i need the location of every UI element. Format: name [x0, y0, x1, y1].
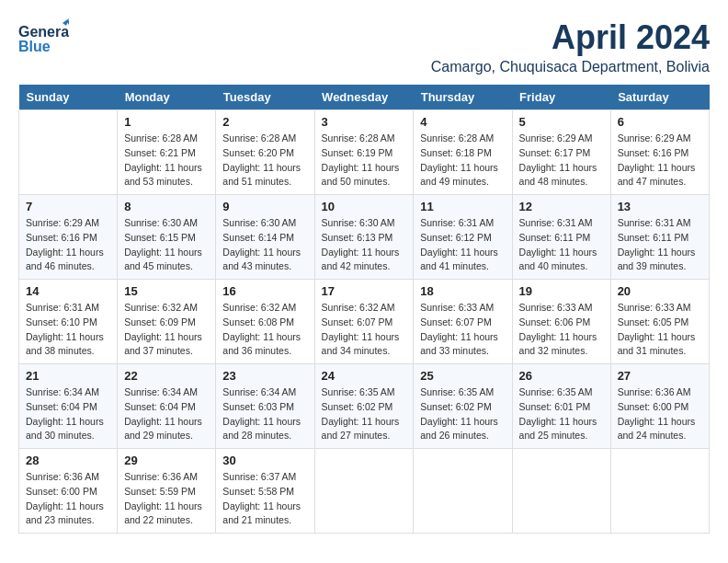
- day-number: 5: [519, 115, 604, 129]
- calendar-cell: 19Sunrise: 6:33 AMSunset: 6:06 PMDayligh…: [512, 280, 610, 364]
- logo: General Blue: [18, 18, 69, 60]
- day-info: Sunrise: 6:34 AMSunset: 6:04 PMDaylight:…: [124, 385, 209, 443]
- calendar-cell: 14Sunrise: 6:31 AMSunset: 6:10 PMDayligh…: [19, 280, 118, 364]
- day-number: 17: [322, 284, 407, 298]
- calendar-cell: 7Sunrise: 6:29 AMSunset: 6:16 PMDaylight…: [19, 195, 118, 280]
- day-number: 26: [519, 369, 604, 383]
- day-info: Sunrise: 6:35 AMSunset: 6:01 PMDaylight:…: [519, 385, 604, 443]
- day-info: Sunrise: 6:35 AMSunset: 6:02 PMDaylight:…: [420, 385, 505, 443]
- calendar-cell: [610, 449, 709, 534]
- day-number: 10: [322, 200, 407, 213]
- day-number: 18: [420, 284, 505, 298]
- day-number: 2: [222, 115, 307, 129]
- calendar-week-3: 14Sunrise: 6:31 AMSunset: 6:10 PMDayligh…: [19, 280, 710, 364]
- calendar-cell: 27Sunrise: 6:36 AMSunset: 6:00 PMDayligh…: [610, 364, 709, 449]
- day-number: 23: [222, 369, 307, 383]
- day-number: 12: [519, 200, 604, 213]
- day-info: Sunrise: 6:30 AMSunset: 6:15 PMDaylight:…: [124, 216, 209, 274]
- calendar-cell: [414, 449, 512, 534]
- svg-text:General: General: [18, 24, 69, 40]
- calendar-cell: 11Sunrise: 6:31 AMSunset: 6:12 PMDayligh…: [414, 195, 512, 280]
- day-info: Sunrise: 6:28 AMSunset: 6:18 PMDaylight:…: [420, 132, 505, 190]
- day-number: 11: [420, 200, 505, 213]
- day-info: Sunrise: 6:32 AMSunset: 6:09 PMDaylight:…: [124, 301, 209, 359]
- day-info: Sunrise: 6:36 AMSunset: 6:00 PMDaylight:…: [26, 470, 110, 528]
- calendar-cell: 26Sunrise: 6:35 AMSunset: 6:01 PMDayligh…: [512, 364, 610, 449]
- day-info: Sunrise: 6:33 AMSunset: 6:06 PMDaylight:…: [519, 301, 604, 359]
- day-info: Sunrise: 6:31 AMSunset: 6:10 PMDaylight:…: [26, 301, 110, 359]
- day-info: Sunrise: 6:28 AMSunset: 6:21 PMDaylight:…: [124, 132, 209, 190]
- day-number: 15: [124, 284, 209, 298]
- day-info: Sunrise: 6:31 AMSunset: 6:11 PMDaylight:…: [618, 216, 702, 274]
- calendar-cell: 25Sunrise: 6:35 AMSunset: 6:02 PMDayligh…: [414, 364, 512, 449]
- calendar-cell: 13Sunrise: 6:31 AMSunset: 6:11 PMDayligh…: [610, 195, 709, 280]
- calendar-cell: [512, 449, 610, 534]
- calendar-cell: [19, 110, 118, 195]
- day-number: 19: [519, 284, 604, 298]
- calendar-cell: 10Sunrise: 6:30 AMSunset: 6:13 PMDayligh…: [314, 195, 414, 280]
- day-info: Sunrise: 6:29 AMSunset: 6:16 PMDaylight:…: [618, 132, 702, 190]
- day-number: 28: [26, 454, 110, 467]
- day-number: 30: [222, 454, 307, 467]
- day-number: 22: [124, 369, 209, 383]
- weekday-header-wednesday: Wednesday: [314, 85, 414, 110]
- day-number: 29: [124, 454, 209, 467]
- calendar-cell: 20Sunrise: 6:33 AMSunset: 6:05 PMDayligh…: [610, 280, 709, 364]
- calendar-cell: 5Sunrise: 6:29 AMSunset: 6:17 PMDaylight…: [512, 110, 610, 195]
- weekday-header-sunday: Sunday: [19, 85, 118, 110]
- calendar-cell: 16Sunrise: 6:32 AMSunset: 6:08 PMDayligh…: [216, 280, 314, 364]
- calendar-week-1: 1Sunrise: 6:28 AMSunset: 6:21 PMDaylight…: [19, 110, 710, 195]
- day-info: Sunrise: 6:28 AMSunset: 6:19 PMDaylight:…: [322, 132, 407, 190]
- day-info: Sunrise: 6:29 AMSunset: 6:16 PMDaylight:…: [26, 216, 110, 274]
- calendar-table: SundayMondayTuesdayWednesdayThursdayFrid…: [18, 85, 710, 534]
- day-info: Sunrise: 6:34 AMSunset: 6:03 PMDaylight:…: [222, 385, 307, 443]
- calendar-cell: 12Sunrise: 6:31 AMSunset: 6:11 PMDayligh…: [512, 195, 610, 280]
- location-subtitle: Camargo, Chuquisaca Department, Bolivia: [431, 59, 710, 75]
- day-number: 20: [618, 284, 702, 298]
- day-info: Sunrise: 6:36 AMSunset: 5:59 PMDaylight:…: [124, 470, 209, 528]
- day-info: Sunrise: 6:31 AMSunset: 6:12 PMDaylight:…: [420, 216, 505, 274]
- day-info: Sunrise: 6:33 AMSunset: 6:07 PMDaylight:…: [420, 301, 505, 359]
- day-info: Sunrise: 6:30 AMSunset: 6:13 PMDaylight:…: [322, 216, 407, 274]
- day-info: Sunrise: 6:35 AMSunset: 6:02 PMDaylight:…: [322, 385, 407, 443]
- day-info: Sunrise: 6:33 AMSunset: 6:05 PMDaylight:…: [618, 301, 702, 359]
- calendar-cell: 22Sunrise: 6:34 AMSunset: 6:04 PMDayligh…: [118, 364, 216, 449]
- day-number: 7: [26, 200, 110, 213]
- calendar-cell: 8Sunrise: 6:30 AMSunset: 6:15 PMDaylight…: [118, 195, 216, 280]
- day-number: 24: [322, 369, 407, 383]
- weekday-header-tuesday: Tuesday: [216, 85, 314, 110]
- day-number: 13: [618, 200, 702, 213]
- calendar-cell: 30Sunrise: 6:37 AMSunset: 5:58 PMDayligh…: [216, 449, 314, 534]
- day-number: 16: [222, 284, 307, 298]
- calendar-cell: 23Sunrise: 6:34 AMSunset: 6:03 PMDayligh…: [216, 364, 314, 449]
- day-number: 9: [222, 200, 307, 213]
- day-info: Sunrise: 6:28 AMSunset: 6:20 PMDaylight:…: [222, 132, 307, 190]
- calendar-cell: 2Sunrise: 6:28 AMSunset: 6:20 PMDaylight…: [216, 110, 314, 195]
- day-info: Sunrise: 6:32 AMSunset: 6:07 PMDaylight:…: [322, 301, 407, 359]
- day-number: 25: [420, 369, 505, 383]
- weekday-header-saturday: Saturday: [610, 85, 709, 110]
- day-number: 1: [124, 115, 209, 129]
- calendar-week-2: 7Sunrise: 6:29 AMSunset: 6:16 PMDaylight…: [19, 195, 710, 280]
- weekday-header-friday: Friday: [512, 85, 610, 110]
- day-info: Sunrise: 6:36 AMSunset: 6:00 PMDaylight:…: [618, 385, 702, 443]
- calendar-week-5: 28Sunrise: 6:36 AMSunset: 6:00 PMDayligh…: [19, 449, 710, 534]
- day-number: 4: [420, 115, 505, 129]
- day-info: Sunrise: 6:30 AMSunset: 6:14 PMDaylight:…: [222, 216, 307, 274]
- calendar-cell: 29Sunrise: 6:36 AMSunset: 5:59 PMDayligh…: [118, 449, 216, 534]
- calendar-cell: 18Sunrise: 6:33 AMSunset: 6:07 PMDayligh…: [414, 280, 512, 364]
- weekday-header-thursday: Thursday: [414, 85, 512, 110]
- calendar-cell: 3Sunrise: 6:28 AMSunset: 6:19 PMDaylight…: [314, 110, 414, 195]
- calendar-cell: 15Sunrise: 6:32 AMSunset: 6:09 PMDayligh…: [118, 280, 216, 364]
- logo-icon: General Blue: [18, 18, 69, 60]
- calendar-cell: [314, 449, 414, 534]
- day-number: 14: [26, 284, 110, 298]
- calendar-cell: 1Sunrise: 6:28 AMSunset: 6:21 PMDaylight…: [118, 110, 216, 195]
- day-info: Sunrise: 6:34 AMSunset: 6:04 PMDaylight:…: [26, 385, 110, 443]
- day-number: 6: [618, 115, 702, 129]
- day-info: Sunrise: 6:32 AMSunset: 6:08 PMDaylight:…: [222, 301, 307, 359]
- title-block: April 2024 Camargo, Chuquisaca Departmen…: [431, 18, 710, 75]
- day-number: 27: [618, 369, 702, 383]
- calendar-week-4: 21Sunrise: 6:34 AMSunset: 6:04 PMDayligh…: [19, 364, 710, 449]
- day-number: 3: [322, 115, 407, 129]
